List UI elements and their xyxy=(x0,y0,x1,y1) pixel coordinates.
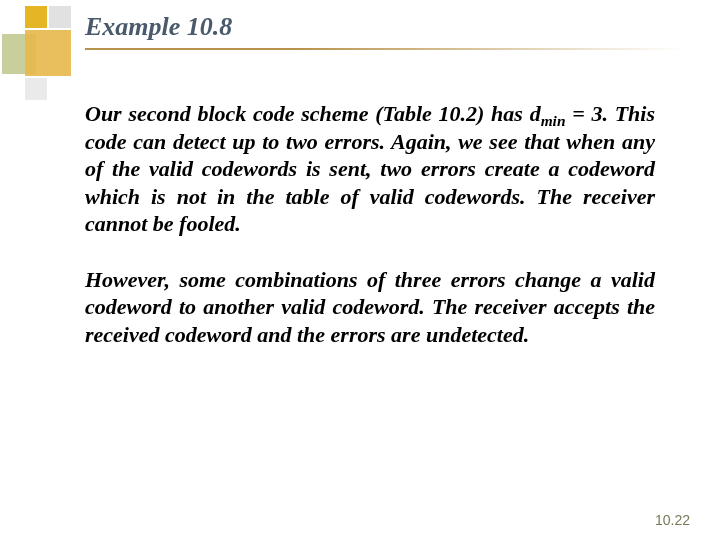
title-underline xyxy=(85,48,685,50)
deco-square-gold-small xyxy=(25,6,47,28)
deco-square-grey-top xyxy=(49,6,71,28)
slide-number: 10.22 xyxy=(655,512,690,528)
p1-subscript: min xyxy=(541,112,566,129)
slide-title: Example 10.8 xyxy=(85,12,232,42)
paragraph-2: However, some combinations of three erro… xyxy=(85,266,655,349)
paragraph-1: Our second block code scheme (Table 10.2… xyxy=(85,100,655,238)
deco-square-olive xyxy=(2,34,36,74)
slide-body: Our second block code scheme (Table 10.2… xyxy=(85,100,655,376)
p1-text-a: Our second block code scheme (Table 10.2… xyxy=(85,101,541,126)
slide-decoration xyxy=(0,0,90,110)
deco-square-grey-bottom xyxy=(25,78,47,100)
deco-square-gold-big xyxy=(25,30,71,76)
